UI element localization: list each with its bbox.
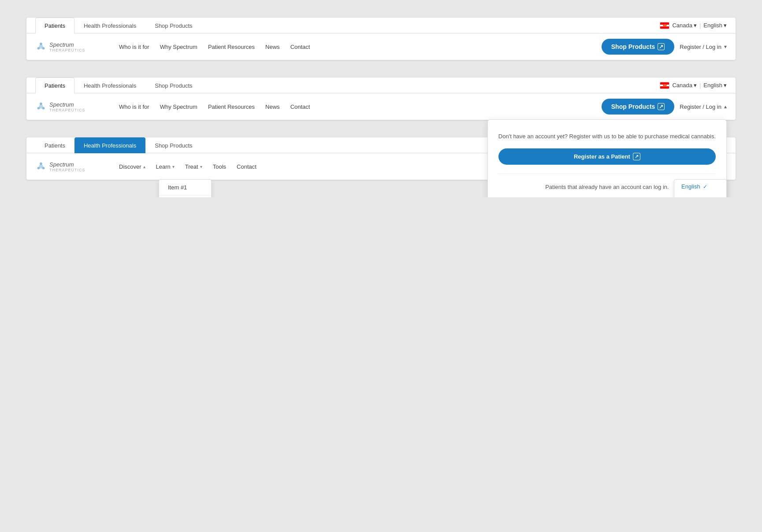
language-selector-2[interactable]: English ▾ [703, 82, 727, 89]
language-dropdown: English ✓ French Polish Dutch [674, 179, 727, 197]
tab-patients-1[interactable]: Patients [35, 18, 74, 33]
discover-dropdown: Item #1 Item #2 [159, 179, 212, 197]
panel-divider [498, 174, 716, 174]
logo-text-3: Spectrum THERAPEUTICS [49, 161, 85, 172]
nav-link-resources-1[interactable]: Patient Resources [208, 44, 255, 50]
nav-section-1: Patients Health Professionals Shop Produ… [26, 18, 736, 60]
discover-item-1[interactable]: Item #1 [159, 180, 211, 195]
nav-link-why-1[interactable]: Why Spectrum [160, 44, 197, 50]
discover-item-2[interactable]: Item #2 [159, 195, 211, 197]
svg-point-3 [37, 47, 40, 50]
logo-3[interactable]: Spectrum THERAPEUTICS [35, 161, 106, 172]
nav-link-news-2[interactable]: News [265, 103, 280, 110]
nav-link-contact-3[interactable]: Contact [237, 163, 256, 170]
locale-separator-2: | [699, 82, 701, 89]
nav-right-2: Shop Products ↗ Register / Log in ▴ [602, 99, 727, 115]
country-chevron-1: ▾ [694, 22, 697, 29]
nav-link-contact-2[interactable]: Contact [290, 103, 310, 110]
shop-products-button-1[interactable]: Shop Products ↗ [602, 39, 675, 55]
tab-bar-1: Patients Health Professionals Shop Produ… [26, 18, 736, 33]
lang-chevron-1: ▾ [724, 22, 727, 29]
country-chevron-2: ▾ [694, 82, 697, 89]
register-chevron-1: ▾ [724, 44, 727, 50]
country-selector-2[interactable]: Canada ▾ [672, 82, 697, 89]
register-chevron-2: ▴ [724, 103, 727, 110]
nav-section-2: Patients Health Professionals Shop Produ… [26, 78, 736, 120]
learn-chevron: ▾ [172, 164, 175, 169]
nav-link-who-2[interactable]: Who is it for [119, 103, 149, 110]
tab-shop-products-1[interactable]: Shop Products [145, 18, 201, 33]
external-link-icon-2: ↗ [658, 103, 665, 110]
nav-link-resources-2[interactable]: Patient Resources [208, 103, 255, 110]
nav-link-why-2[interactable]: Why Spectrum [160, 103, 197, 110]
svg-point-9 [40, 163, 42, 165]
lang-item-french[interactable]: French [674, 193, 726, 197]
external-link-icon-1: ↗ [658, 43, 665, 50]
logo-icon-1 [35, 41, 47, 52]
logo-icon-2 [35, 101, 47, 112]
svg-point-2 [42, 47, 45, 50]
register-ext-icon: ↗ [633, 153, 640, 160]
logo-icon-3 [35, 161, 47, 172]
country-selector-1[interactable]: Canada ▾ [672, 22, 697, 29]
shop-products-button-2[interactable]: Shop Products ↗ [602, 99, 675, 115]
svg-point-7 [37, 107, 40, 110]
lang-item-english[interactable]: English ✓ [674, 180, 726, 193]
tab-health-professionals-3[interactable]: Health Professionals [74, 137, 145, 153]
treat-chevron: ▾ [200, 164, 202, 169]
nav-links-1: Who is it for Why Spectrum Patient Resou… [119, 44, 593, 50]
logo-2[interactable]: Spectrum THERAPEUTICS [35, 101, 106, 112]
nav-link-who-1[interactable]: Who is it for [119, 44, 149, 50]
logo-text-1: Spectrum THERAPEUTICS [49, 41, 85, 52]
nav-link-contact-1[interactable]: Contact [290, 44, 310, 50]
flag-icon-2: 🍁 [660, 82, 669, 89]
tab-patients-3[interactable]: Patients [35, 137, 74, 153]
nav-link-discover-3[interactable]: Discover ▴ [119, 163, 145, 170]
flag-icon-1: 🍁 [660, 22, 669, 29]
language-selector-1[interactable]: English ▾ [703, 22, 727, 29]
logo-text-2: Spectrum THERAPEUTICS [49, 101, 85, 112]
svg-point-5 [40, 103, 42, 105]
tab-health-professionals-2[interactable]: Health Professionals [74, 78, 145, 93]
nav-right-1: Shop Products ↗ Register / Log in ▾ [602, 39, 727, 55]
register-patient-button[interactable]: Register as a Patient ↗ [498, 148, 716, 165]
tab-shop-products-2[interactable]: Shop Products [145, 78, 201, 93]
check-icon-english: ✓ [703, 184, 707, 190]
svg-point-1 [40, 43, 42, 45]
nav-link-learn-3[interactable]: Learn ▾ [156, 163, 175, 170]
nav-row-1: Spectrum THERAPEUTICS Who is it for Why … [26, 33, 736, 60]
nav-link-news-1[interactable]: News [265, 44, 280, 50]
lang-chevron-2: ▾ [724, 82, 727, 89]
tab-bar-2: Patients Health Professionals Shop Produ… [26, 78, 736, 93]
tab-health-professionals-1[interactable]: Health Professionals [74, 18, 145, 33]
svg-point-11 [37, 167, 40, 170]
register-login-1[interactable]: Register / Log in ▾ [680, 44, 727, 50]
nav-link-treat-3[interactable]: Treat ▾ [185, 163, 202, 170]
nav-row-2: Spectrum THERAPEUTICS Who is it for Why … [26, 93, 736, 120]
svg-point-10 [42, 167, 45, 170]
nav-links-2: Who is it for Why Spectrum Patient Resou… [119, 103, 593, 110]
locale-separator-1: | [699, 22, 701, 29]
logo-1[interactable]: Spectrum THERAPEUTICS [35, 41, 106, 52]
svg-point-6 [42, 107, 45, 110]
register-login-2[interactable]: Register / Log in ▴ [680, 103, 727, 110]
tab-shop-products-3[interactable]: Shop Products [145, 137, 201, 153]
discover-chevron-up: ▴ [143, 164, 145, 169]
register-description: Don't have an account yet? Register with… [498, 132, 716, 141]
tab-patients-2[interactable]: Patients [35, 78, 74, 93]
nav-link-tools-3[interactable]: Tools [213, 163, 226, 170]
